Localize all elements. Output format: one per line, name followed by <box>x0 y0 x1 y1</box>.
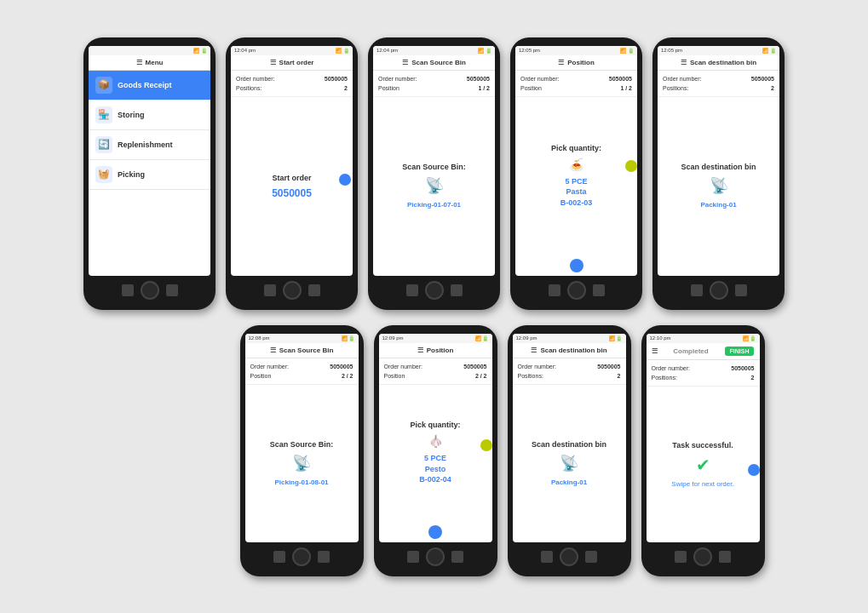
hamburger-icon-3: ☰ <box>402 59 408 66</box>
status-bar-1: 📶 🔋 <box>89 46 210 55</box>
order-number-val-3: 5050005 <box>467 74 490 83</box>
header-title-2: Start order <box>279 59 314 66</box>
content-area-4: Pick quantity: 🍝 5 PCE Pasta B-002-03 <box>515 97 637 255</box>
order-number-val-4: 5050005 <box>609 74 632 83</box>
home-btn-5[interactable] <box>710 281 728 300</box>
home-btn-2[interactable] <box>283 281 302 300</box>
blue-dot-container-4 <box>515 255 637 276</box>
dest-bin-value-1: Packing-01 <box>700 200 736 209</box>
start-order-screen: 12:04 pm 📶 🔋 ☰ Start order Order number:… <box>231 46 353 276</box>
scan-dest-label-1: Scan destination bin <box>681 163 756 171</box>
phone-bottom-2 <box>231 276 353 301</box>
recent-btn-6[interactable] <box>318 551 330 563</box>
back-btn-2[interactable] <box>264 284 276 296</box>
scan-dest-bin-screen-2: 12:09 pm 📶 🔋 ☰ Scan destination bin Orde… <box>513 334 626 542</box>
recent-btn-3[interactable] <box>451 284 463 296</box>
start-order-label: Start order <box>272 174 311 182</box>
position-phone-2: 12:09 pm 📶 🔋 ☰ Position Order number: 50… <box>374 325 497 576</box>
completed-screen: 12:10 pm 📶 🔋 ☰ Completed FINISH Order nu… <box>647 334 760 542</box>
position-screen-1: 12:05 pm 📶 🔋 ☰ Position Order number: 50… <box>515 46 637 276</box>
blue-dot-9 <box>748 464 760 476</box>
time-8: 12:09 pm <box>516 335 537 341</box>
recent-btn-4[interactable] <box>593 284 605 296</box>
recent-btn-9[interactable] <box>719 551 731 563</box>
yellow-dot-2 <box>480 439 492 451</box>
menu-item-picking[interactable]: 🧺 Picking <box>89 160 210 190</box>
header-position-2: ☰ Position <box>379 343 492 358</box>
dest-bin-value-2: Packing-01 <box>551 478 587 487</box>
recent-btn-1[interactable] <box>166 284 178 296</box>
order-info-6: Order number: 5050005 Position 2 / 2 <box>245 358 359 385</box>
order-info-8: Order number: 5050005 Positions: 2 <box>513 358 626 385</box>
header-scan-dest-1: ☰ Scan destination bin <box>658 55 779 71</box>
content-area-7: Pick quantity: 🧄 5 PCE Pesto B-002-04 <box>379 385 492 522</box>
task-success-label: Task successful. <box>672 441 733 450</box>
time-6: 12:08 pm <box>249 335 270 341</box>
back-btn-7[interactable] <box>407 551 419 563</box>
barcode-scan-icon-2: 📡 <box>710 176 728 195</box>
header-title-7: Position <box>427 347 454 354</box>
order-info-7: Order number: 5050005 Position 2 / 2 <box>379 358 492 385</box>
home-btn-9[interactable] <box>693 547 712 566</box>
barcode-scan-icon-4: 📡 <box>560 454 578 473</box>
menu-item-goods-receipt[interactable]: 📦 Goods Receipt <box>89 71 210 100</box>
replenishment-icon: 🔄 <box>95 136 112 153</box>
back-btn-4[interactable] <box>549 284 560 296</box>
menu-list: 📦 Goods Receipt 🏪 Storing 🔄 Replenishmen… <box>89 71 210 276</box>
menu-label-goods-receipt: Goods Receipt <box>118 81 172 89</box>
finish-button[interactable]: FINISH <box>725 347 755 356</box>
yellow-dot-1 <box>625 160 637 172</box>
positions-val-9: 2 <box>751 373 755 382</box>
positions-row-2: Positions: 2 <box>236 83 348 93</box>
content-area-9: Task successful. ✔ Swipe for next order. <box>647 387 760 542</box>
hamburger-icon-8: ☰ <box>531 347 537 354</box>
content-area-8: Scan destination bin 📡 Packing-01 <box>513 385 626 542</box>
menu-label-storing: Storing <box>118 111 145 119</box>
menu-item-replenishment[interactable]: 🔄 Replenishment <box>89 130 210 160</box>
blue-dot-2 <box>339 174 351 186</box>
scan-source-bin-screen-2: 12:08 pm 📶 🔋 ☰ Scan Source Bin Order num… <box>245 334 359 542</box>
start-order-value: 5050005 <box>272 187 312 199</box>
position-screen-2: 12:09 pm 📶 🔋 ☰ Position Order number: 50… <box>379 334 492 542</box>
menu-item-storing[interactable]: 🏪 Storing <box>89 100 210 130</box>
back-btn-9[interactable] <box>675 551 687 563</box>
recent-btn-7[interactable] <box>451 551 463 563</box>
header-title-9: Completed <box>673 347 708 355</box>
back-btn-6[interactable] <box>273 551 285 563</box>
status-bar-6: 12:08 pm 📶 🔋 <box>245 334 359 343</box>
recent-btn-2[interactable] <box>308 284 320 296</box>
position-phone-1: 12:05 pm 📶 🔋 ☰ Position Order number: 50… <box>510 37 642 310</box>
status-bar-7: 12:09 pm 📶 🔋 <box>379 334 492 343</box>
back-btn-1[interactable] <box>122 284 134 296</box>
barcode-scan-icon-3: 📡 <box>292 454 311 473</box>
header-title-8: Scan destination bin <box>540 347 606 354</box>
time-5: 12:05 pm <box>661 48 682 54</box>
hamburger-icon-6: ☰ <box>270 347 276 354</box>
hamburger-icon-9: ☰ <box>652 347 658 355</box>
picking-icon: 🧺 <box>95 166 112 183</box>
back-btn-3[interactable] <box>406 284 418 296</box>
home-btn-3[interactable] <box>425 281 444 300</box>
back-btn-5[interactable] <box>691 284 703 296</box>
hamburger-icon-7: ☰ <box>417 347 423 354</box>
order-info-2: Order number: 5050005 Positions: 2 <box>231 71 353 97</box>
phone-bottom-1 <box>89 276 210 301</box>
recent-btn-5[interactable] <box>735 284 747 296</box>
barcode-scan-icon-1: 📡 <box>425 176 444 195</box>
positions-val-5: 2 <box>771 83 774 93</box>
home-btn-1[interactable] <box>141 281 159 300</box>
pick-qty-label-2: Pick quantity: <box>410 421 460 429</box>
home-btn-6[interactable] <box>292 547 311 566</box>
home-btn-4[interactable] <box>567 281 586 300</box>
status-bar-2: 12:04 pm 📶 🔋 <box>231 46 353 55</box>
order-info-5: Order number: 5050005 Positions: 2 <box>658 71 779 97</box>
goods-receipt-icon: 📦 <box>95 77 112 94</box>
content-area-2: Start order 5050005 <box>231 97 353 276</box>
qty-item-bin-2: 5 PCE Pesto B-002-04 <box>419 453 451 485</box>
home-btn-7[interactable] <box>426 547 445 566</box>
storing-icon: 🏪 <box>95 106 112 123</box>
recent-btn-8[interactable] <box>585 551 597 563</box>
home-btn-8[interactable] <box>560 547 578 566</box>
menu-label-replenishment: Replenishment <box>118 140 173 149</box>
back-btn-8[interactable] <box>541 551 553 563</box>
